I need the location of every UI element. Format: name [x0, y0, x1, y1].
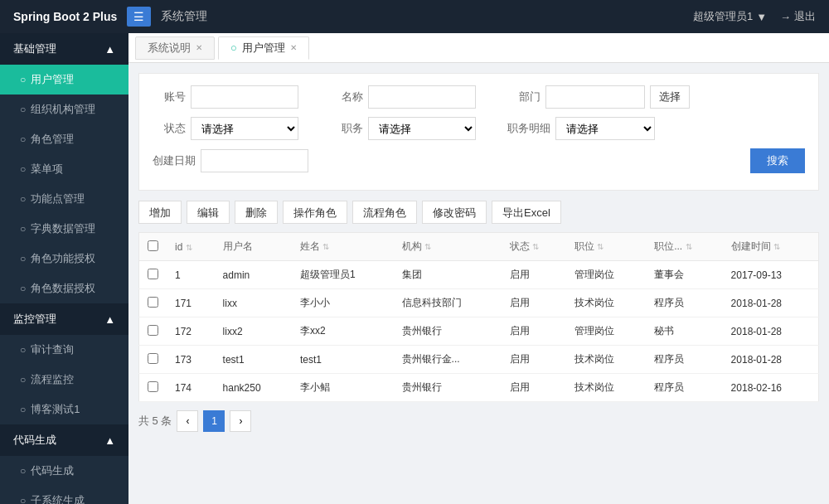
cell-position-detail: 程序员 [646, 289, 722, 317]
sort-icon-org: ⇅ [424, 242, 431, 251]
menu-icon: ○ [20, 163, 26, 175]
header-status[interactable]: 状态 ⇅ [502, 233, 566, 261]
row-checkbox-cell [139, 317, 167, 346]
job-select[interactable]: 请选择 [368, 117, 476, 140]
dept-input[interactable] [545, 85, 645, 109]
job-detail-group: 职务明细 请选择 [507, 117, 655, 140]
logout-button[interactable]: → 退出 [780, 9, 816, 24]
sidebar-item-org-management[interactable]: ○ 组织机构管理 [0, 94, 128, 124]
header-org[interactable]: 机构 ⇅ [394, 233, 502, 261]
page-1-button[interactable]: 1 [203, 410, 225, 432]
sidebar-item-role-data-auth[interactable]: ○ 角色数据授权 [0, 274, 128, 303]
cell-org: 集团 [394, 261, 502, 289]
role-data-auth-icon: ○ [20, 283, 26, 294]
select-dept-button[interactable]: 选择 [650, 85, 690, 109]
sidebar-item-label: 功能点管理 [31, 191, 85, 206]
table-row: 171 lixx 李小小 信息科技部门 启用 技术岗位 程序员 2018-01-… [139, 289, 819, 317]
row-checkbox[interactable] [148, 325, 158, 336]
cell-username: lixx [215, 289, 292, 317]
export-excel-button[interactable]: 导出Excel [492, 201, 561, 224]
row-checkbox[interactable] [148, 269, 158, 279]
row-checkbox[interactable] [148, 297, 158, 308]
cell-id: 172 [167, 317, 215, 346]
search-button[interactable]: 搜索 [750, 148, 805, 173]
cell-status: 启用 [502, 261, 566, 289]
operate-role-button[interactable]: 操作角色 [283, 201, 347, 224]
sidebar-item-dict-management[interactable]: ○ 字典数据管理 [0, 214, 128, 244]
add-button[interactable]: 增加 [138, 201, 182, 224]
header-position-detail[interactable]: 职位... ⇅ [646, 233, 722, 261]
cell-status: 启用 [502, 317, 566, 346]
sidebar-item-process-monitor[interactable]: ○ 流程监控 [0, 365, 128, 395]
cell-name: 李xx2 [292, 317, 394, 346]
user-info[interactable]: 超级管理员1 ▼ [693, 9, 767, 24]
sidebar-item-role-func-auth[interactable]: ○ 角色功能授权 [0, 244, 128, 274]
sidebar-section-basics[interactable]: 基础管理 ▲ [0, 33, 128, 65]
sidebar-section-codegen-label: 代码生成 [13, 433, 56, 448]
tab-system-desc[interactable]: 系统说明 ✕ [135, 36, 215, 60]
create-date-label: 创建日期 [153, 153, 196, 168]
sidebar-item-menu[interactable]: ○ 菜单项 [0, 154, 128, 184]
tab-user-management[interactable]: ○ 用户管理 ✕ [218, 36, 309, 60]
job-detail-select[interactable]: 请选择 [555, 117, 655, 140]
select-all-checkbox[interactable] [148, 240, 158, 251]
sidebar-item-audit-query[interactable]: ○ 审计查询 [0, 335, 128, 365]
row-checkbox-cell [139, 374, 167, 402]
cell-position: 管理岗位 [566, 317, 646, 346]
audit-query-icon: ○ [20, 344, 26, 356]
cell-username: test1 [215, 346, 292, 374]
cell-org: 贵州银行 [394, 317, 502, 346]
sort-icon-position-detail: ⇅ [686, 242, 692, 251]
sidebar-item-role-management[interactable]: ○ 角色管理 [0, 124, 128, 154]
cell-name: 李小鲳 [292, 374, 394, 402]
table-row: 1 admin 超级管理员1 集团 启用 管理岗位 董事会 2017-09-13 [139, 261, 819, 289]
delete-button[interactable]: 删除 [235, 201, 278, 224]
system-title: 系统管理 [161, 9, 207, 24]
tab-system-desc-close[interactable]: ✕ [196, 43, 202, 52]
cell-username: lixx2 [215, 317, 292, 346]
sidebar-item-user-management[interactable]: ○ 用户管理 [0, 65, 128, 94]
prev-page-button[interactable]: ‹ [177, 410, 198, 432]
cell-name: 超级管理员1 [292, 261, 394, 289]
sidebar-section-monitor[interactable]: 监控管理 ▲ [0, 303, 128, 335]
header-create-time[interactable]: 创建时间 ⇅ [723, 233, 819, 261]
header-position[interactable]: 职位 ⇅ [566, 233, 646, 261]
row-checkbox[interactable] [148, 353, 158, 364]
sidebar-item-codegen[interactable]: ○ 代码生成 [0, 456, 128, 486]
sidebar-item-blog-test[interactable]: ○ 博客测试1 [0, 395, 128, 424]
next-page-button[interactable]: › [230, 410, 251, 432]
process-role-button[interactable]: 流程角色 [352, 201, 417, 224]
sort-icon-position: ⇅ [597, 242, 604, 251]
edit-button[interactable]: 编辑 [187, 201, 230, 224]
sidebar-item-subsystem-gen[interactable]: ○ 子系统生成 [0, 486, 128, 504]
cell-id: 171 [167, 289, 215, 317]
cell-org: 信息科技部门 [394, 289, 502, 317]
sidebar-section-basics-label: 基础管理 [13, 41, 56, 56]
tab-user-management-label: 用户管理 [242, 41, 285, 56]
header-id[interactable]: id ⇅ [167, 233, 215, 261]
account-input[interactable] [191, 85, 298, 109]
tab-icon: ○ [230, 41, 237, 54]
change-password-button[interactable]: 修改密码 [422, 201, 487, 224]
create-date-input[interactable] [201, 149, 308, 172]
status-select[interactable]: 请选择 启用 禁用 [191, 117, 298, 140]
header-username: 用户名 [215, 233, 292, 261]
cell-create-time: 2018-02-16 [723, 374, 819, 402]
form-row-3: 创建日期 搜索 [153, 148, 805, 173]
header-name[interactable]: 姓名 ⇅ [292, 233, 394, 261]
account-label: 账号 [153, 90, 186, 104]
dept-group: 部门 选择 [507, 85, 690, 109]
cell-position-detail: 秘书 [646, 317, 722, 346]
sidebar-item-label: 角色数据授权 [31, 281, 95, 296]
cell-position: 技术岗位 [566, 289, 646, 317]
sidebar-item-function-management[interactable]: ○ 功能点管理 [0, 184, 128, 214]
sort-icon-create-time: ⇅ [773, 242, 780, 251]
name-input[interactable] [368, 85, 476, 109]
sidebar-section-codegen[interactable]: 代码生成 ▲ [0, 424, 128, 456]
tab-user-management-close[interactable]: ✕ [290, 43, 297, 52]
hamburger-button[interactable]: ☰ [127, 7, 151, 27]
table-row: 173 test1 test1 贵州银行金... 启用 技术岗位 程序员 201… [139, 346, 819, 374]
cell-id: 1 [167, 261, 215, 289]
row-checkbox[interactable] [148, 381, 158, 392]
row-checkbox-cell [139, 346, 167, 374]
